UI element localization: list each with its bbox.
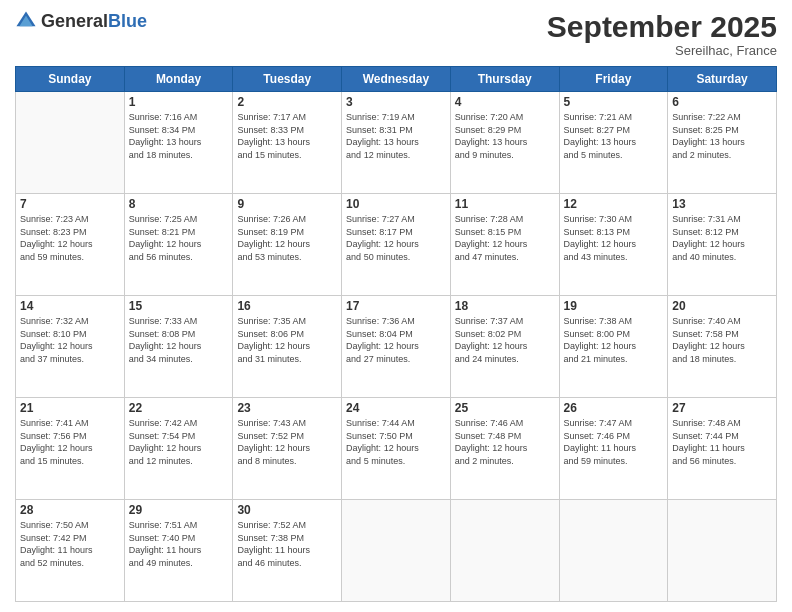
day-info: Sunrise: 7:42 AM Sunset: 7:54 PM Dayligh… [129, 417, 229, 467]
day-info: Sunrise: 7:51 AM Sunset: 7:40 PM Dayligh… [129, 519, 229, 569]
title-section: September 2025 Sereilhac, France [547, 10, 777, 58]
calendar-table: Sunday Monday Tuesday Wednesday Thursday… [15, 66, 777, 602]
table-row [668, 500, 777, 602]
table-row [342, 500, 451, 602]
table-row: 23Sunrise: 7:43 AM Sunset: 7:52 PM Dayli… [233, 398, 342, 500]
day-number: 20 [672, 299, 772, 313]
day-info: Sunrise: 7:36 AM Sunset: 8:04 PM Dayligh… [346, 315, 446, 365]
calendar-week-row: 21Sunrise: 7:41 AM Sunset: 7:56 PM Dayli… [16, 398, 777, 500]
table-row: 30Sunrise: 7:52 AM Sunset: 7:38 PM Dayli… [233, 500, 342, 602]
logo-icon [15, 10, 37, 32]
day-info: Sunrise: 7:21 AM Sunset: 8:27 PM Dayligh… [564, 111, 664, 161]
day-info: Sunrise: 7:27 AM Sunset: 8:17 PM Dayligh… [346, 213, 446, 263]
day-info: Sunrise: 7:44 AM Sunset: 7:50 PM Dayligh… [346, 417, 446, 467]
table-row: 2Sunrise: 7:17 AM Sunset: 8:33 PM Daylig… [233, 92, 342, 194]
table-row: 27Sunrise: 7:48 AM Sunset: 7:44 PM Dayli… [668, 398, 777, 500]
logo: GeneralBlue [15, 10, 147, 32]
table-row [16, 92, 125, 194]
day-number: 18 [455, 299, 555, 313]
day-number: 1 [129, 95, 229, 109]
day-number: 30 [237, 503, 337, 517]
day-info: Sunrise: 7:22 AM Sunset: 8:25 PM Dayligh… [672, 111, 772, 161]
table-row: 9Sunrise: 7:26 AM Sunset: 8:19 PM Daylig… [233, 194, 342, 296]
day-number: 19 [564, 299, 664, 313]
table-row: 10Sunrise: 7:27 AM Sunset: 8:17 PM Dayli… [342, 194, 451, 296]
day-info: Sunrise: 7:47 AM Sunset: 7:46 PM Dayligh… [564, 417, 664, 467]
calendar-week-row: 28Sunrise: 7:50 AM Sunset: 7:42 PM Dayli… [16, 500, 777, 602]
col-monday: Monday [124, 67, 233, 92]
day-number: 12 [564, 197, 664, 211]
day-number: 7 [20, 197, 120, 211]
day-number: 5 [564, 95, 664, 109]
calendar-header-row: Sunday Monday Tuesday Wednesday Thursday… [16, 67, 777, 92]
table-row: 1Sunrise: 7:16 AM Sunset: 8:34 PM Daylig… [124, 92, 233, 194]
day-info: Sunrise: 7:33 AM Sunset: 8:08 PM Dayligh… [129, 315, 229, 365]
day-info: Sunrise: 7:48 AM Sunset: 7:44 PM Dayligh… [672, 417, 772, 467]
day-number: 11 [455, 197, 555, 211]
day-info: Sunrise: 7:16 AM Sunset: 8:34 PM Dayligh… [129, 111, 229, 161]
table-row: 12Sunrise: 7:30 AM Sunset: 8:13 PM Dayli… [559, 194, 668, 296]
table-row: 6Sunrise: 7:22 AM Sunset: 8:25 PM Daylig… [668, 92, 777, 194]
col-friday: Friday [559, 67, 668, 92]
day-number: 22 [129, 401, 229, 415]
day-info: Sunrise: 7:23 AM Sunset: 8:23 PM Dayligh… [20, 213, 120, 263]
day-info: Sunrise: 7:25 AM Sunset: 8:21 PM Dayligh… [129, 213, 229, 263]
day-number: 8 [129, 197, 229, 211]
day-number: 25 [455, 401, 555, 415]
calendar-week-row: 1Sunrise: 7:16 AM Sunset: 8:34 PM Daylig… [16, 92, 777, 194]
day-info: Sunrise: 7:43 AM Sunset: 7:52 PM Dayligh… [237, 417, 337, 467]
day-number: 6 [672, 95, 772, 109]
location-subtitle: Sereilhac, France [547, 43, 777, 58]
day-info: Sunrise: 7:19 AM Sunset: 8:31 PM Dayligh… [346, 111, 446, 161]
table-row [559, 500, 668, 602]
table-row: 25Sunrise: 7:46 AM Sunset: 7:48 PM Dayli… [450, 398, 559, 500]
day-info: Sunrise: 7:52 AM Sunset: 7:38 PM Dayligh… [237, 519, 337, 569]
day-number: 24 [346, 401, 446, 415]
table-row: 28Sunrise: 7:50 AM Sunset: 7:42 PM Dayli… [16, 500, 125, 602]
table-row: 21Sunrise: 7:41 AM Sunset: 7:56 PM Dayli… [16, 398, 125, 500]
col-thursday: Thursday [450, 67, 559, 92]
page: GeneralBlue September 2025 Sereilhac, Fr… [0, 0, 792, 612]
day-number: 28 [20, 503, 120, 517]
day-info: Sunrise: 7:32 AM Sunset: 8:10 PM Dayligh… [20, 315, 120, 365]
table-row: 22Sunrise: 7:42 AM Sunset: 7:54 PM Dayli… [124, 398, 233, 500]
day-info: Sunrise: 7:28 AM Sunset: 8:15 PM Dayligh… [455, 213, 555, 263]
day-number: 21 [20, 401, 120, 415]
day-number: 13 [672, 197, 772, 211]
day-info: Sunrise: 7:26 AM Sunset: 8:19 PM Dayligh… [237, 213, 337, 263]
table-row: 11Sunrise: 7:28 AM Sunset: 8:15 PM Dayli… [450, 194, 559, 296]
table-row [450, 500, 559, 602]
day-number: 29 [129, 503, 229, 517]
col-sunday: Sunday [16, 67, 125, 92]
day-info: Sunrise: 7:17 AM Sunset: 8:33 PM Dayligh… [237, 111, 337, 161]
day-info: Sunrise: 7:20 AM Sunset: 8:29 PM Dayligh… [455, 111, 555, 161]
day-number: 16 [237, 299, 337, 313]
day-number: 3 [346, 95, 446, 109]
calendar-week-row: 14Sunrise: 7:32 AM Sunset: 8:10 PM Dayli… [16, 296, 777, 398]
col-saturday: Saturday [668, 67, 777, 92]
table-row: 13Sunrise: 7:31 AM Sunset: 8:12 PM Dayli… [668, 194, 777, 296]
table-row: 29Sunrise: 7:51 AM Sunset: 7:40 PM Dayli… [124, 500, 233, 602]
table-row: 7Sunrise: 7:23 AM Sunset: 8:23 PM Daylig… [16, 194, 125, 296]
table-row: 19Sunrise: 7:38 AM Sunset: 8:00 PM Dayli… [559, 296, 668, 398]
day-info: Sunrise: 7:38 AM Sunset: 8:00 PM Dayligh… [564, 315, 664, 365]
logo-blue: Blue [108, 11, 147, 31]
day-number: 9 [237, 197, 337, 211]
day-number: 2 [237, 95, 337, 109]
table-row: 17Sunrise: 7:36 AM Sunset: 8:04 PM Dayli… [342, 296, 451, 398]
day-number: 23 [237, 401, 337, 415]
table-row: 15Sunrise: 7:33 AM Sunset: 8:08 PM Dayli… [124, 296, 233, 398]
table-row: 5Sunrise: 7:21 AM Sunset: 8:27 PM Daylig… [559, 92, 668, 194]
table-row: 8Sunrise: 7:25 AM Sunset: 8:21 PM Daylig… [124, 194, 233, 296]
table-row: 20Sunrise: 7:40 AM Sunset: 7:58 PM Dayli… [668, 296, 777, 398]
day-info: Sunrise: 7:35 AM Sunset: 8:06 PM Dayligh… [237, 315, 337, 365]
table-row: 3Sunrise: 7:19 AM Sunset: 8:31 PM Daylig… [342, 92, 451, 194]
month-title: September 2025 [547, 10, 777, 43]
day-info: Sunrise: 7:40 AM Sunset: 7:58 PM Dayligh… [672, 315, 772, 365]
day-info: Sunrise: 7:41 AM Sunset: 7:56 PM Dayligh… [20, 417, 120, 467]
day-number: 15 [129, 299, 229, 313]
day-info: Sunrise: 7:37 AM Sunset: 8:02 PM Dayligh… [455, 315, 555, 365]
table-row: 4Sunrise: 7:20 AM Sunset: 8:29 PM Daylig… [450, 92, 559, 194]
col-wednesday: Wednesday [342, 67, 451, 92]
day-info: Sunrise: 7:31 AM Sunset: 8:12 PM Dayligh… [672, 213, 772, 263]
